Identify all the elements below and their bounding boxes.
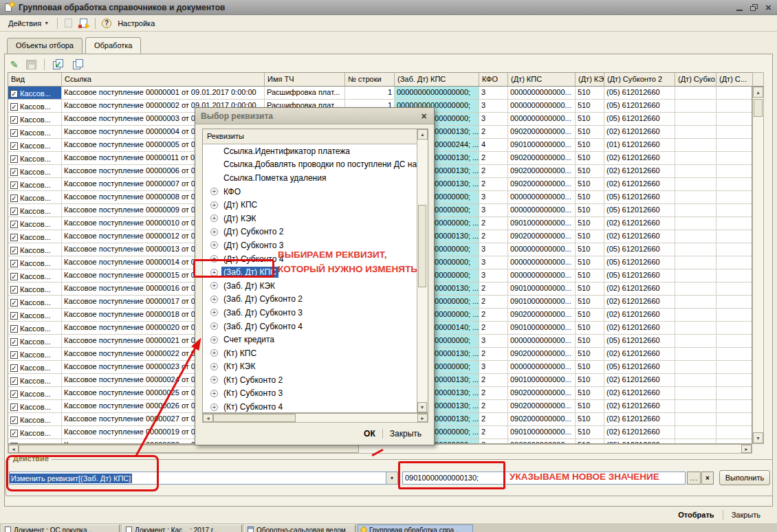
column-header-4[interactable]: (Заб. Дт) КПС xyxy=(395,73,479,87)
table-row[interactable]: ✓Кассов...Кассовое поступление 00000001 … xyxy=(8,87,752,100)
expand-icon[interactable]: + xyxy=(210,214,218,222)
dialog-horizontal-scrollbar[interactable]: ◄ ► xyxy=(202,413,428,423)
save-icon[interactable] xyxy=(26,60,36,69)
save-settings-icon[interactable] xyxy=(63,17,75,30)
row-type-cell[interactable]: ✓Кассов... xyxy=(8,87,62,100)
scrollbar-thumb[interactable] xyxy=(754,99,763,117)
checkbox-icon[interactable]: ✓ xyxy=(10,417,18,424)
scroll-left-icon[interactable]: ◄ xyxy=(203,414,213,422)
table-vertical-scrollbar[interactable]: ▲ ▼ xyxy=(752,72,764,444)
attribute-item[interactable]: +(Заб. Дт) Субконто 3 xyxy=(203,306,417,320)
checkbox-icon[interactable]: ✓ xyxy=(10,377,18,385)
expand-icon[interactable]: + xyxy=(210,322,218,330)
expand-icon[interactable]: + xyxy=(210,390,218,397)
checkbox-icon[interactable]: ✓ xyxy=(10,312,18,320)
restore-settings-icon[interactable] xyxy=(78,17,90,30)
row-type-cell[interactable]: ✓Кассов... xyxy=(8,374,62,387)
column-header-6[interactable]: (Дт) КПС xyxy=(508,73,576,87)
tab-selection-objects[interactable]: Объекты отбора xyxy=(7,38,83,54)
dialog-close-button-bottom[interactable]: Закрыть xyxy=(383,427,428,441)
edit-icon[interactable]: ✎ xyxy=(10,59,19,70)
row-type-cell[interactable]: ✓Кассов... xyxy=(8,322,62,335)
row-type-cell[interactable]: ✓Кассов... xyxy=(8,243,62,256)
column-header-7[interactable]: (Дт) КЭК xyxy=(576,73,604,87)
row-type-cell[interactable]: ✓Кассов... xyxy=(8,217,62,230)
checkbox-icon[interactable]: ✓ xyxy=(10,103,18,111)
row-type-cell[interactable]: ✓Кассов... xyxy=(8,178,62,191)
column-header-8[interactable]: (Дт) Субконто 2 xyxy=(604,73,675,87)
checkbox-icon[interactable]: ✓ xyxy=(10,403,18,411)
column-header-2[interactable]: Имя ТЧ xyxy=(265,73,345,87)
dialog-titlebar[interactable]: Выбор реквизита × xyxy=(195,108,434,124)
scrollbar-thumb[interactable] xyxy=(418,205,426,287)
actions-menu-button[interactable]: Действия ▼ xyxy=(3,17,54,30)
row-type-cell[interactable]: ✓Кассов... xyxy=(8,165,62,178)
row-type-cell[interactable]: ✓Кассов... xyxy=(8,400,62,413)
checkbox-icon[interactable]: ✓ xyxy=(10,195,18,202)
row-type-cell[interactable]: ✓Кассов... xyxy=(8,413,62,426)
row-type-cell[interactable]: ✓Кассов... xyxy=(8,113,62,126)
checkbox-icon[interactable]: ✓ xyxy=(10,260,18,267)
attribute-item[interactable]: +(Заб. Дт) Субконто 2 xyxy=(203,293,417,307)
attribute-item[interactable]: +Счет кредита xyxy=(203,333,417,346)
checkbox-icon[interactable]: ✓ xyxy=(10,286,18,293)
combo-dropdown-button[interactable]: ▼ xyxy=(386,472,397,484)
expand-icon[interactable]: + xyxy=(210,349,218,357)
scrollbar-thumb[interactable] xyxy=(19,445,359,453)
expand-icon[interactable]: + xyxy=(210,336,218,344)
row-type-cell[interactable]: ✓Кассов... xyxy=(8,439,62,443)
row-type-cell[interactable]: ✓Кассов... xyxy=(8,361,62,374)
row-type-cell[interactable]: ✓Кассов... xyxy=(8,296,62,309)
checkbox-icon[interactable]: ✓ xyxy=(10,129,18,137)
checkbox-icon[interactable]: ✓ xyxy=(10,221,18,228)
expand-icon[interactable]: + xyxy=(210,309,218,316)
attribute-item[interactable]: +Ссылка.Идентификатор платежа xyxy=(203,144,417,158)
row-type-cell[interactable]: ✓Кассов... xyxy=(8,256,62,269)
row-type-cell[interactable]: ✓Кассов... xyxy=(8,348,62,361)
scroll-up-icon[interactable]: ▲ xyxy=(753,87,763,98)
help-icon[interactable]: ? xyxy=(102,19,111,28)
row-type-cell[interactable]: ✓Кассов... xyxy=(8,309,62,322)
minimize-button[interactable] xyxy=(734,1,745,13)
expand-icon[interactable]: + xyxy=(210,241,218,249)
row-type-cell[interactable]: ✓Кассов... xyxy=(8,335,62,348)
checkbox-icon[interactable]: ✓ xyxy=(10,181,18,189)
expand-icon[interactable]: + xyxy=(210,363,218,370)
new-value-field[interactable]: 09010000000000130; xyxy=(402,472,686,485)
scroll-right-icon[interactable]: ► xyxy=(741,445,752,453)
attribute-item[interactable]: +(Заб. Дт) Субконто 4 xyxy=(203,320,417,333)
attribute-item[interactable]: +(Дт) Субконто 2 xyxy=(203,225,417,239)
attribute-item[interactable]: +КФО xyxy=(203,185,417,199)
row-type-cell[interactable]: ✓Кассов... xyxy=(8,426,62,439)
checkbox-icon[interactable]: ✓ xyxy=(10,351,18,359)
attribute-item[interactable]: +(Заб. Дт) КЭК xyxy=(203,279,417,293)
row-type-cell[interactable]: ✓Кассов... xyxy=(8,282,62,296)
settings-button[interactable]: Настройка xyxy=(114,18,158,29)
row-type-cell[interactable]: ✓Кассов... xyxy=(8,139,62,152)
attribute-item[interactable]: +(Кт) Субконто 4 xyxy=(203,400,417,412)
expand-icon[interactable]: + xyxy=(210,255,218,263)
checkbox-icon[interactable]: ✓ xyxy=(10,273,18,280)
attribute-item[interactable]: +(Дт) Субконто 4 xyxy=(203,252,417,266)
attribute-item[interactable]: +(Кт) КПС xyxy=(203,346,417,360)
checkbox-icon[interactable]: ✓ xyxy=(10,247,18,254)
clear-all-flags-icon[interactable] xyxy=(73,59,85,70)
select-button[interactable]: Отобрать xyxy=(670,509,722,521)
scroll-down-icon[interactable]: ▼ xyxy=(753,432,763,443)
expand-icon[interactable]: + xyxy=(210,296,218,303)
taskbar-item[interactable]: Документ : ОС покупка... xyxy=(1,524,120,532)
checkbox-icon[interactable]: ✓ xyxy=(10,325,18,333)
row-type-cell[interactable]: ✓Кассов... xyxy=(8,191,62,204)
expand-icon[interactable]: + xyxy=(210,403,218,411)
table-horizontal-scrollbar[interactable]: ◄ ► xyxy=(8,444,752,454)
execute-button[interactable]: Выполнить xyxy=(719,470,770,485)
taskbar-item[interactable]: Оборотно-сальдовая ведом... xyxy=(244,524,355,532)
expand-icon[interactable]: + xyxy=(210,228,218,236)
attribute-item[interactable]: +(Дт) КПС xyxy=(203,198,417,212)
attribute-item[interactable]: +(Дт) КЭК xyxy=(203,212,417,225)
taskbar-item[interactable]: Документ : Кас... : 2017 г... xyxy=(122,524,242,532)
scroll-up-icon[interactable]: ▲ xyxy=(417,129,428,140)
row-type-cell[interactable]: ✓Кассов... xyxy=(8,387,62,400)
checkbox-icon[interactable]: ✓ xyxy=(10,90,18,98)
choose-value-button[interactable]: ... xyxy=(687,472,701,485)
